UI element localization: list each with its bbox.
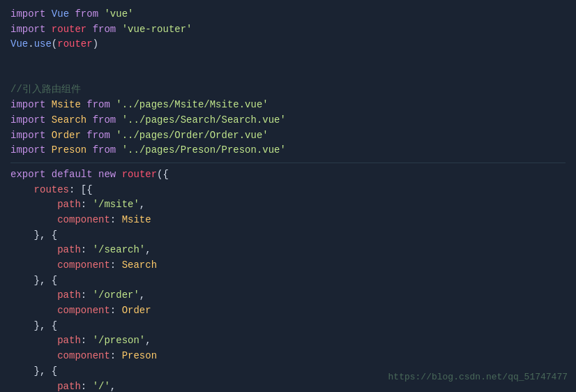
code-line: import Order from '../pages/Order/Order.… (10, 128, 566, 144)
code-line: Vue.use(router) (10, 37, 566, 52)
code-line: path: '/search', (10, 243, 566, 258)
code-line: import Search from '../pages/Search/Sear… (10, 113, 566, 128)
code-line: import Preson from '../pages/Preson/Pres… (10, 143, 566, 158)
separator (10, 163, 566, 163)
code-line: }, { (10, 228, 566, 243)
code-line: component: Search (10, 258, 566, 273)
code-editor: import Vue from 'vue' import router from… (0, 0, 576, 392)
code-line: path: '/order', (10, 288, 566, 303)
code-line: component: Order (10, 303, 566, 319)
code-line: path: '/msite', (10, 197, 566, 213)
code-comment: //引入路由组件 (10, 82, 566, 98)
code-line: import router from 'vue-router' (10, 22, 566, 38)
code-line: component: Msite (10, 213, 566, 228)
code-line: component: Preson (10, 349, 566, 364)
code-line: import Msite from '../pages/Msite/Msite.… (10, 98, 566, 113)
code-line: }, { (10, 273, 566, 289)
code-line: routes: [{ (10, 183, 566, 198)
watermark: https://blog.csdn.net/qq_51747477 (388, 370, 568, 384)
code-line: import Vue from 'vue' (10, 7, 566, 22)
blank-line (10, 52, 566, 68)
blank-line (10, 68, 566, 83)
code-line: }, { (10, 319, 566, 334)
code-line: path: '/preson', (10, 333, 566, 349)
code-line: export default new router({ (10, 167, 566, 183)
